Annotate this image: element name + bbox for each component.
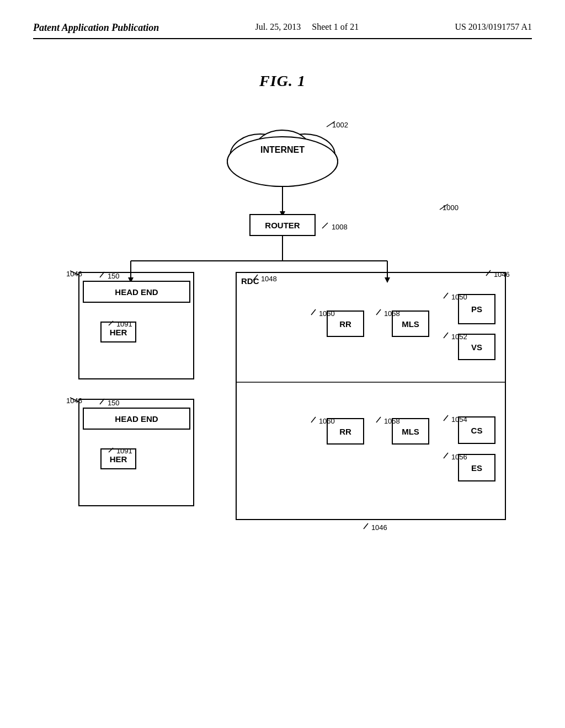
vs-label: VS xyxy=(471,342,482,352)
label-1056: 1056 xyxy=(443,452,467,461)
her-1-label: HER xyxy=(110,328,127,337)
svg-line-19 xyxy=(100,272,104,277)
head-end-1-box: HEAD END xyxy=(83,281,190,303)
head-end-1-label: HEAD END xyxy=(115,287,158,297)
svg-line-34 xyxy=(311,417,316,422)
label-1054: 1054 xyxy=(443,414,467,424)
mls-2-label: MLS xyxy=(402,427,419,436)
label-1048: 1048 xyxy=(252,274,277,283)
label-1058b: 1058 xyxy=(375,416,400,425)
label-1050: 1050 xyxy=(443,292,467,301)
label-1091a: 1091 xyxy=(108,319,132,328)
svg-line-25 xyxy=(364,523,368,529)
label-1058a: 1058 xyxy=(375,308,400,318)
mls-1-label: MLS xyxy=(402,319,419,329)
label-1060a: 1060 xyxy=(310,308,335,318)
ps-label: PS xyxy=(471,304,482,314)
head-end-2-box: HEAD END xyxy=(83,408,190,430)
rr-2-label: RR xyxy=(339,427,351,436)
svg-line-23 xyxy=(109,448,113,452)
label-1060b: 1060 xyxy=(310,416,335,425)
router-box: ROUTER xyxy=(249,214,316,236)
head-end-2-label: HEAD END xyxy=(115,414,158,424)
svg-point-14 xyxy=(227,137,338,186)
svg-line-31 xyxy=(444,415,448,421)
svg-line-22 xyxy=(100,399,104,404)
label-150b: 150 xyxy=(99,398,120,407)
svg-line-28 xyxy=(444,333,448,338)
figure-title: FIG. 1 xyxy=(33,72,532,90)
svg-line-30 xyxy=(311,309,316,315)
internet-label: INTERNET xyxy=(216,145,349,155)
page: Patent Application Publication Jul. 25, … xyxy=(0,0,565,728)
arrow-1046b xyxy=(62,393,81,404)
arrow-1046a xyxy=(62,266,81,277)
bracket-1002 xyxy=(316,119,338,130)
svg-line-26 xyxy=(253,275,258,280)
svg-line-29 xyxy=(376,309,381,315)
svg-line-33 xyxy=(376,417,381,422)
svg-line-32 xyxy=(444,453,448,458)
label-1091b: 1091 xyxy=(108,446,132,455)
svg-line-24 xyxy=(486,270,491,276)
rdc-divider xyxy=(236,379,506,385)
rr-1-label: RR xyxy=(339,319,351,329)
label-1008: 1008 xyxy=(321,221,348,231)
cs-label: CS xyxy=(471,426,483,435)
svg-line-20 xyxy=(109,321,113,325)
page-header: Patent Application Publication Jul. 25, … xyxy=(33,22,532,39)
router-label: ROUTER xyxy=(265,221,300,230)
svg-line-18 xyxy=(70,271,78,275)
label-1046d: 1046 xyxy=(363,522,387,532)
label-1052: 1052 xyxy=(443,331,467,341)
es-label: ES xyxy=(471,463,482,473)
label-150a: 150 xyxy=(99,271,120,280)
her-2-label: HER xyxy=(110,454,127,464)
header-center-info: Jul. 25, 2013 Sheet 1 of 21 xyxy=(255,22,359,32)
svg-line-21 xyxy=(70,398,78,402)
svg-line-16 xyxy=(440,204,448,210)
header-sheet: Sheet 1 of 21 xyxy=(312,22,359,31)
svg-line-15 xyxy=(327,121,335,127)
bracket-1000 xyxy=(429,201,451,212)
header-date: Jul. 25, 2013 xyxy=(255,22,301,31)
header-left-title: Patent Application Publication xyxy=(33,22,159,34)
svg-line-17 xyxy=(322,223,328,228)
header-right-patent: US 2013/0191757 A1 xyxy=(455,22,532,32)
svg-line-27 xyxy=(444,293,448,298)
diagram-area: INTERNET 1002 1000 ROUTER 1008 xyxy=(45,106,520,603)
label-1046c: 1046 xyxy=(485,269,510,279)
